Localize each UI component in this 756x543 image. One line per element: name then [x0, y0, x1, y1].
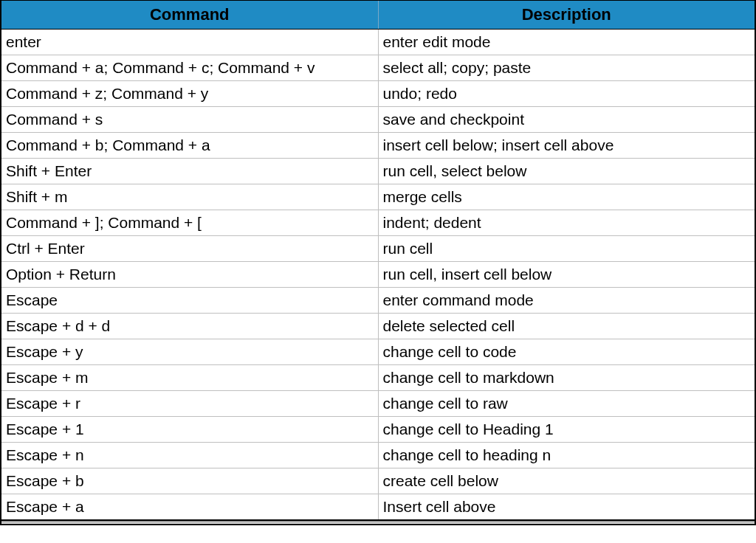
- table-body: enterenter edit modeCommand + a; Command…: [1, 30, 755, 521]
- cell-description: change cell to markdown: [378, 365, 755, 391]
- cell-description: merge cells: [378, 184, 755, 210]
- cell-description: save and checkpoint: [378, 107, 755, 133]
- table-row: Command + z; Command + yundo; redo: [1, 81, 755, 107]
- header-command: Command: [1, 1, 378, 30]
- cell-command: Option + Return: [1, 262, 378, 288]
- table-row: Command + b; Command + ainsert cell belo…: [1, 133, 755, 159]
- table-row: Shift + mmerge cells: [1, 184, 755, 210]
- cell-command: Escape + n: [1, 443, 378, 468]
- table-row: Escape + mchange cell to markdown: [1, 365, 755, 391]
- table-row: Escapeenter command mode: [1, 288, 755, 314]
- cell-command: Command + b; Command + a: [1, 133, 378, 159]
- table-row: enterenter edit mode: [1, 30, 755, 55]
- table-row: Escape + bcreate cell below: [1, 468, 755, 494]
- cell-command: enter: [1, 30, 378, 55]
- cell-command: Escape + y: [1, 339, 378, 365]
- cell-command: Command + z; Command + y: [1, 81, 378, 107]
- table-row: Command + a; Command + c; Command + vsel…: [1, 55, 755, 81]
- table-row: Option + Returnrun cell, insert cell bel…: [1, 262, 755, 288]
- cell-description: insert cell below; insert cell above: [378, 133, 755, 159]
- cell-command: Escape: [1, 288, 378, 314]
- shortcuts-table-container: Command Description enterenter edit mode…: [0, 0, 756, 525]
- table-row: Escape + d + ddelete selected cell: [1, 314, 755, 339]
- cell-command: Escape + r: [1, 391, 378, 417]
- shortcuts-table: Command Description enterenter edit mode…: [1, 1, 755, 521]
- cell-command: Shift + Enter: [1, 159, 378, 184]
- cell-description: delete selected cell: [378, 314, 755, 339]
- table-row: Escape + nchange cell to heading n: [1, 443, 755, 468]
- header-description: Description: [378, 1, 755, 30]
- cell-description: change cell to raw: [378, 391, 755, 417]
- cell-command: Escape + 1: [1, 417, 378, 443]
- table-row: Command + ]; Command + [indent; dedent: [1, 210, 755, 236]
- table-row: Shift + Enterrun cell, select below: [1, 159, 755, 184]
- cell-description: run cell, insert cell below: [378, 262, 755, 288]
- cell-description: enter edit mode: [378, 30, 755, 55]
- table-row: Escape + 1change cell to Heading 1: [1, 417, 755, 443]
- table-row: Ctrl + Enterrun cell: [1, 236, 755, 262]
- cell-description: Insert cell above: [378, 494, 755, 521]
- cell-description: undo; redo: [378, 81, 755, 107]
- cell-description: create cell below: [378, 468, 755, 494]
- cell-command: Shift + m: [1, 184, 378, 210]
- table-row: Escape + ychange cell to code: [1, 339, 755, 365]
- cell-description: enter command mode: [378, 288, 755, 314]
- cell-command: Escape + b: [1, 468, 378, 494]
- cell-command: Escape + m: [1, 365, 378, 391]
- cell-command: Escape + a: [1, 494, 378, 521]
- cell-description: change cell to Heading 1: [378, 417, 755, 443]
- cell-description: change cell to heading n: [378, 443, 755, 468]
- cell-command: Ctrl + Enter: [1, 236, 378, 262]
- header-row: Command Description: [1, 1, 755, 30]
- cell-description: run cell, select below: [378, 159, 755, 184]
- cell-command: Escape + d + d: [1, 314, 378, 339]
- table-row: Escape + aInsert cell above: [1, 494, 755, 521]
- table-row: Command + ssave and checkpoint: [1, 107, 755, 133]
- table-row: Escape + rchange cell to raw: [1, 391, 755, 417]
- cell-description: indent; dedent: [378, 210, 755, 236]
- cell-description: change cell to code: [378, 339, 755, 365]
- cell-command: Command + ]; Command + [: [1, 210, 378, 236]
- table-bottom-border: [1, 521, 755, 524]
- cell-command: Command + a; Command + c; Command + v: [1, 55, 378, 81]
- cell-description: select all; copy; paste: [378, 55, 755, 81]
- cell-command: Command + s: [1, 107, 378, 133]
- cell-description: run cell: [378, 236, 755, 262]
